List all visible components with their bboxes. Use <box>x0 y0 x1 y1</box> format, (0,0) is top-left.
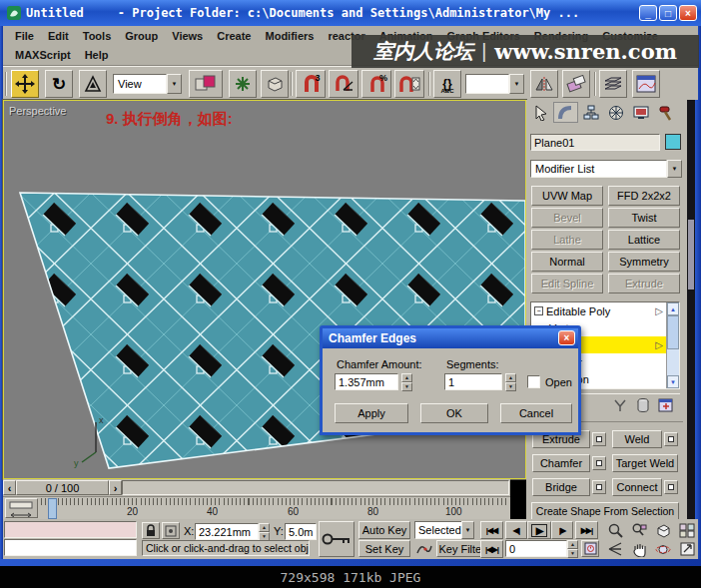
arc-rotate-button[interactable] <box>652 540 674 558</box>
select-and-move-button[interactable] <box>11 70 39 98</box>
select-and-scale-button[interactable] <box>79 70 107 98</box>
x-coordinate-field[interactable]: 23.221mm <box>195 523 259 540</box>
select-and-rotate-button[interactable]: ↻ <box>45 70 73 98</box>
tab-motion[interactable] <box>603 102 628 123</box>
time-slider-right-button[interactable]: › <box>109 480 122 495</box>
reference-coordinate-dropdown[interactable]: View <box>113 74 167 94</box>
go-to-end-button[interactable]: ▶▶| <box>575 521 598 539</box>
current-frame-marker[interactable] <box>48 498 57 519</box>
named-selection-arrow[interactable]: ▼ <box>509 74 524 94</box>
mini-curve-editor-button[interactable] <box>5 498 38 518</box>
segments-spinner[interactable]: ▲▼ <box>505 373 516 390</box>
tab-modify[interactable] <box>553 102 578 123</box>
auto-key-button[interactable]: Auto Key <box>358 521 410 539</box>
segments-field[interactable]: 1 <box>444 373 502 390</box>
x-coordinate-spinner[interactable]: ▲▼ <box>259 523 270 540</box>
tab-utilities[interactable] <box>653 102 678 123</box>
object-color-swatch[interactable] <box>665 134 681 150</box>
zoom-extents-all-button[interactable] <box>676 521 698 539</box>
modifier-button-normal[interactable]: Normal <box>531 252 603 272</box>
zoom-button[interactable] <box>604 521 626 539</box>
reference-coordinate-arrow[interactable]: ▼ <box>167 74 182 94</box>
layer-manager-button[interactable] <box>599 70 627 98</box>
tab-display[interactable] <box>628 102 653 123</box>
menu-item-modifiers[interactable]: Modifiers <box>259 30 322 42</box>
key-mode-toggle[interactable]: |◀▶| <box>480 540 503 558</box>
maximize-button[interactable]: □ <box>659 5 677 21</box>
connect-button[interactable]: Connect <box>612 478 662 496</box>
menu-item-maxscript[interactable]: MAXScript <box>8 49 78 61</box>
make-unique-icon[interactable] <box>636 397 650 413</box>
chamfer-amount-field[interactable]: 1.357mm <box>335 373 398 390</box>
configure-modifier-sets-icon[interactable] <box>658 397 674 413</box>
cube-tool-button[interactable] <box>261 70 289 98</box>
modifier-list-arrow[interactable]: ▼ <box>667 160 682 178</box>
tab-hierarchy[interactable] <box>578 102 603 123</box>
modifier-list-dropdown[interactable]: Modifier List <box>530 160 667 178</box>
curve-editor-button[interactable] <box>632 70 660 98</box>
scroll-up-icon[interactable]: ▲ <box>667 302 679 315</box>
current-frame-field[interactable]: 0 <box>505 540 567 557</box>
target-weld-button[interactable]: Target Weld <box>612 454 678 472</box>
viewport-label[interactable]: Perspective <box>9 105 66 117</box>
cancel-button[interactable]: Cancel <box>500 403 572 423</box>
expand-icon[interactable]: − <box>534 306 543 315</box>
pan-button[interactable] <box>628 540 650 558</box>
modifier-button-bevel[interactable]: Bevel <box>531 208 603 228</box>
modifier-button-ffd-2x2x2[interactable]: FFD 2x2x2 <box>608 186 680 206</box>
absolute-offset-toggle[interactable] <box>162 522 180 539</box>
maxscript-mini-listener-white[interactable] <box>4 539 137 556</box>
edit-named-selections-button[interactable]: {} ABC <box>433 70 461 98</box>
y-coordinate-field[interactable]: 5.0m <box>285 523 317 540</box>
menu-item-help[interactable]: Help <box>78 49 116 61</box>
dialog-title-bar[interactable]: Chamfer Edges × <box>323 328 578 348</box>
apply-button[interactable]: Apply <box>335 403 408 423</box>
object-name-field[interactable]: Plane01 <box>530 134 660 151</box>
play-button[interactable]: ▶ <box>527 521 551 539</box>
selection-lock-toggle[interactable] <box>142 522 160 539</box>
menu-item-file[interactable]: File <box>8 30 41 42</box>
menu-item-views[interactable]: Views <box>165 30 210 42</box>
minimize-button[interactable]: _ <box>639 5 657 21</box>
zoom-extents-button[interactable] <box>652 521 674 539</box>
dialog-close-button[interactable]: × <box>558 330 575 345</box>
scroll-down-icon[interactable]: ▼ <box>667 375 679 388</box>
time-slider-left-button[interactable]: ‹ <box>3 480 16 495</box>
percent-snap-button[interactable]: % <box>361 70 391 98</box>
stack-scroll-thumb[interactable] <box>667 315 679 349</box>
menu-item-tools[interactable]: Tools <box>76 30 119 42</box>
create-shape-from-selection-button[interactable]: Create Shape From Selection <box>531 502 679 520</box>
weld-button[interactable]: Weld <box>612 430 662 448</box>
stack-item-editable-poly[interactable]: − Editable Poly ▷ <box>531 302 679 319</box>
time-slider-track[interactable] <box>122 480 509 495</box>
modifier-button-extrude[interactable]: Extrude <box>608 274 680 294</box>
ok-button[interactable]: OK <box>420 403 488 423</box>
modifier-button-lathe[interactable]: Lathe <box>531 230 603 250</box>
use-center-flyout-button[interactable] <box>189 70 223 98</box>
chamfer-settings-button[interactable] <box>592 456 606 470</box>
time-configuration-button[interactable] <box>581 540 599 557</box>
menu-item-group[interactable]: Group <box>118 30 165 42</box>
angle-snap-button[interactable] <box>329 70 358 98</box>
tab-create[interactable] <box>528 102 553 123</box>
field-of-view-button[interactable] <box>604 540 626 558</box>
extrude-settings-button[interactable] <box>592 432 606 446</box>
maxscript-mini-listener-pink[interactable] <box>4 521 137 538</box>
modifier-button-twist[interactable]: Twist <box>608 208 680 228</box>
connect-settings-button[interactable] <box>664 480 678 494</box>
select-and-manipulate-button[interactable] <box>229 70 257 98</box>
bridge-settings-button[interactable] <box>592 480 606 494</box>
weld-settings-button[interactable] <box>664 432 678 446</box>
track-bar[interactable]: 0 20 40 60 80 100 <box>3 496 510 519</box>
modifier-button-edit-spline[interactable]: Edit Spline <box>531 274 603 294</box>
open-checkbox[interactable] <box>527 375 540 388</box>
chamfer-button[interactable]: Chamfer <box>532 454 590 472</box>
chamfer-amount-spinner[interactable]: ▲▼ <box>401 373 412 390</box>
menu-item-edit[interactable]: Edit <box>41 30 76 42</box>
default-in-out-tangent-button[interactable] <box>414 540 434 557</box>
spinner-snap-button[interactable] <box>394 70 424 98</box>
mirror-button[interactable] <box>530 70 558 98</box>
snap-toggle-3d-button[interactable]: 3 <box>296 70 326 98</box>
next-frame-button[interactable]: |▶ <box>551 521 573 539</box>
previous-frame-button[interactable]: ◀| <box>505 521 527 539</box>
